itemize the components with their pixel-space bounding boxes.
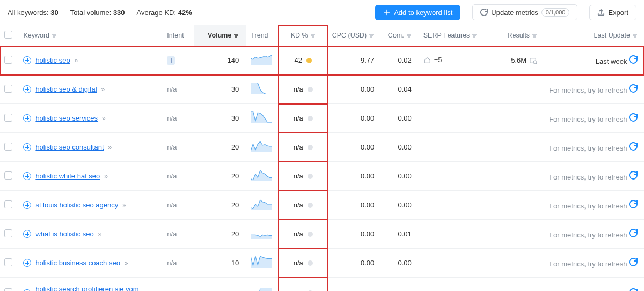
export-icon [597,9,605,16]
keyword-link[interactable]: holistic business coach seo [35,259,120,267]
stat-all-keywords: All keywords: 30 [8,9,58,17]
kd-value: n/a [294,230,303,238]
refresh-row-icon[interactable] [629,84,638,93]
serp-features[interactable]: +5 [423,56,442,64]
stat-label: All keywords: [8,9,49,17]
kd-value: n/a [294,143,303,151]
kd-cell: n/a [279,220,328,249]
col-label: KD % [291,32,308,39]
col-kd[interactable]: KD % [279,25,328,46]
chevrons-icon: » [101,86,104,93]
chevrons-icon: » [108,144,111,151]
intent-na: n/a [167,143,177,151]
row-checkbox[interactable] [4,258,12,266]
last-update-text: For metrics, try to refresh [549,144,627,152]
button-label: Export [608,9,628,17]
volume-cell: 30 [194,104,247,133]
keyword-link[interactable]: holistic seo & digital [35,85,97,93]
table-row: holistic seo services»n/a30n/a0.000.00Fo… [0,104,644,133]
trend-cell [246,133,279,162]
row-checkbox[interactable] [4,56,12,64]
refresh-row-icon[interactable] [629,229,638,237]
export-button[interactable]: Export [589,5,636,20]
row-checkbox[interactable] [4,229,12,237]
keyword-link[interactable]: holistic seo [35,56,70,64]
refresh-row-icon[interactable] [629,171,638,180]
col-checkbox[interactable] [0,25,19,46]
col-trend[interactable]: Trend [246,25,279,46]
stat-label: Total volume: [70,9,112,17]
cpc-cell: 0.00 [328,75,382,104]
expand-icon[interactable] [23,114,31,122]
plus-icon [383,9,391,16]
kd-value: n/a [294,85,303,93]
row-checkbox[interactable] [4,85,12,93]
chevrons-icon: » [98,230,101,238]
col-com[interactable]: Com. [382,25,419,46]
add-to-list-button[interactable]: Add to keyword list [375,5,460,20]
col-intent[interactable]: Intent [163,25,194,46]
update-metrics-button[interactable]: Update metrics 0/1,000 [472,4,577,20]
cpc-cell: 0.00 [328,249,382,278]
com-cell: 0.00 [382,278,419,292]
col-serp[interactable]: SERP Features [419,25,493,46]
chevrons-icon: » [102,115,105,122]
trend-cell [246,46,279,75]
intent-na: n/a [167,259,177,267]
col-label: Results [507,32,530,39]
row-checkbox[interactable] [4,171,12,180]
row-checkbox[interactable] [4,200,12,208]
stat-total-volume: Total volume: 330 [70,9,125,17]
col-keyword[interactable]: Keyword [19,25,163,46]
col-results[interactable]: Results [493,25,545,46]
keyword-link[interactable]: what is holistic seo [35,230,93,238]
intent-na: n/a [167,114,177,122]
expand-icon[interactable] [23,259,31,267]
row-checkbox[interactable] [4,114,12,122]
refresh-row-icon[interactable] [629,258,638,266]
expand-icon[interactable] [23,230,31,238]
volume-cell: 30 [194,75,247,104]
col-cpc[interactable]: CPC (USD) [328,25,382,46]
cpc-cell: 0.00 [328,104,382,133]
keyword-link[interactable]: holistic seo consultant [35,143,104,151]
select-all-checkbox[interactable] [4,31,12,39]
refresh-row-icon[interactable] [629,200,638,208]
refresh-row-icon[interactable] [629,55,638,64]
keyword-link[interactable]: st louis holistic seo agency [35,201,118,209]
expand-icon[interactable] [23,56,31,64]
last-update-text: For metrics, try to refresh [549,260,627,268]
last-update-text: For metrics, try to refresh [549,173,627,181]
row-checkbox[interactable] [4,143,12,151]
keywords-table: Keyword Intent Volume Trend KD % CPC (US… [0,25,644,291]
expand-icon[interactable] [23,201,31,209]
table-row: holistic search profitieren sie vom verg… [0,278,644,292]
button-label: Update metrics [491,9,538,17]
col-label: Keyword [23,32,49,39]
intent-na: n/a [167,201,177,209]
col-label: Last Update [594,32,630,39]
expand-icon[interactable] [23,289,31,292]
table-row: holistic seo»I140429.770.02+55.6M Last w… [0,46,644,75]
expand-icon[interactable] [23,85,31,93]
kd-value: n/a [294,201,303,209]
keyword-link[interactable]: holistic search profitieren sie vom verg… [35,285,148,291]
serp-extra-count: +5 [434,56,442,64]
com-cell: 0.00 [382,104,419,133]
kd-value: n/a [294,172,303,180]
row-checkbox[interactable] [4,288,12,291]
keyword-link[interactable]: holistic seo services [35,114,98,122]
refresh-row-icon[interactable] [629,113,638,122]
kd-cell: n/a [279,104,328,133]
expand-icon[interactable] [23,172,31,180]
volume-cell: 20 [194,162,247,191]
results-value[interactable]: 5.6M [511,56,537,64]
kd-dot-icon [308,174,313,179]
keyword-link[interactable]: holistic white hat seo [35,172,100,180]
col-last-update[interactable]: Last Update [545,25,644,46]
col-volume[interactable]: Volume [194,25,247,46]
expand-icon[interactable] [23,143,31,151]
refresh-row-icon[interactable] [629,142,638,151]
kd-cell: n/a [279,133,328,162]
refresh-row-icon[interactable] [629,288,638,292]
